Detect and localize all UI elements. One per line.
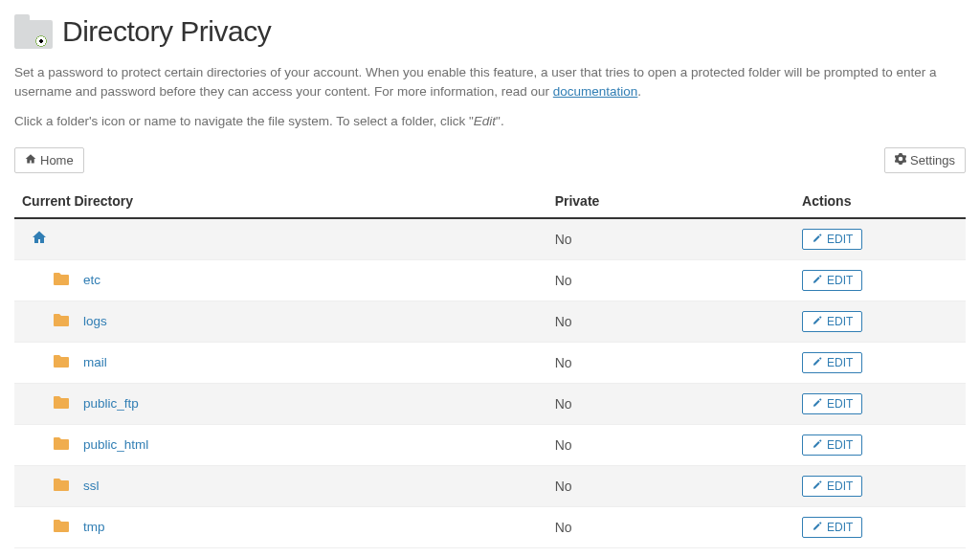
actions-cell: EDIT: [794, 383, 966, 424]
directory-cell: ssl: [14, 465, 547, 506]
directory-cell: public_html: [14, 424, 547, 465]
folder-icon[interactable]: [53, 478, 70, 495]
pencil-icon: [812, 438, 822, 452]
directory-cell: public_ftp: [14, 383, 547, 424]
private-cell: No: [547, 424, 794, 465]
actions-cell: EDIT: [794, 506, 966, 547]
toolbar: Home Settings: [14, 147, 966, 173]
actions-cell: EDIT: [794, 259, 966, 301]
pencil-icon: [812, 315, 822, 328]
private-cell: No: [547, 383, 794, 424]
edit-button[interactable]: EDIT: [802, 393, 862, 414]
actions-cell: EDIT: [794, 342, 966, 383]
directory-table: Current Directory Private Actions NoEDIT…: [14, 185, 966, 548]
directory-link[interactable]: logs: [83, 314, 107, 328]
folder-icon[interactable]: [53, 519, 70, 536]
pencil-icon: [812, 356, 822, 369]
private-cell: No: [547, 218, 794, 260]
table-row: tmpNoEDIT: [14, 506, 966, 547]
directory-cell: etc: [14, 259, 547, 301]
page-header: Directory Privacy: [14, 14, 966, 49]
table-row: public_htmlNoEDIT: [14, 424, 966, 465]
folder-icon[interactable]: [53, 395, 70, 412]
table-row: logsNoEDIT: [14, 301, 966, 342]
table-row: NoEDIT: [14, 218, 966, 260]
edit-button[interactable]: EDIT: [802, 434, 862, 456]
col-actions: Actions: [794, 185, 966, 218]
private-cell: No: [547, 259, 794, 301]
table-row: mailNoEDIT: [14, 342, 966, 383]
home-button[interactable]: Home: [14, 147, 84, 173]
directory-link[interactable]: etc: [83, 273, 100, 287]
private-cell: No: [547, 506, 794, 547]
home-icon[interactable]: [32, 230, 47, 248]
page-instruction: Click a folder's icon or name to navigat…: [14, 114, 966, 128]
table-row: public_ftpNoEDIT: [14, 383, 966, 424]
edit-button[interactable]: EDIT: [802, 476, 862, 497]
home-icon: [25, 153, 36, 167]
actions-cell: EDIT: [794, 424, 966, 465]
folder-icon[interactable]: [53, 436, 70, 454]
actions-cell: EDIT: [794, 465, 966, 506]
private-cell: No: [547, 301, 794, 342]
edit-button[interactable]: EDIT: [802, 270, 862, 291]
directory-cell: tmp: [14, 506, 547, 547]
actions-cell: EDIT: [794, 218, 966, 260]
col-directory: Current Directory: [14, 185, 547, 218]
directory-cell: mail: [14, 342, 547, 383]
actions-cell: EDIT: [794, 301, 966, 342]
edit-button[interactable]: EDIT: [802, 517, 862, 538]
directory-link[interactable]: public_html: [83, 437, 148, 452]
folder-icon[interactable]: [53, 272, 70, 289]
folder-icon[interactable]: [53, 354, 70, 371]
pencil-icon: [812, 521, 822, 534]
edit-button[interactable]: EDIT: [802, 352, 862, 373]
pencil-icon: [812, 479, 822, 493]
directory-privacy-icon: [14, 14, 53, 49]
page-description: Set a password to protect certain direct…: [14, 63, 966, 102]
edit-button[interactable]: EDIT: [802, 311, 862, 332]
col-private: Private: [547, 185, 794, 218]
directory-cell: [14, 218, 547, 260]
directory-link[interactable]: tmp: [83, 520, 105, 534]
gear-icon: [895, 153, 906, 167]
directory-link[interactable]: ssl: [83, 479, 100, 493]
edit-button[interactable]: EDIT: [802, 229, 862, 250]
pencil-icon: [812, 274, 822, 287]
table-row: sslNoEDIT: [14, 465, 966, 506]
directory-cell: logs: [14, 301, 547, 342]
pencil-icon: [812, 233, 822, 246]
directory-link[interactable]: mail: [83, 355, 107, 369]
pencil-icon: [812, 397, 822, 411]
settings-button[interactable]: Settings: [884, 147, 966, 173]
private-cell: No: [547, 465, 794, 506]
directory-link[interactable]: public_ftp: [83, 396, 139, 411]
private-cell: No: [547, 342, 794, 383]
page-title: Directory Privacy: [62, 15, 271, 48]
documentation-link[interactable]: documentation: [553, 84, 638, 99]
table-row: etcNoEDIT: [14, 259, 966, 301]
folder-icon[interactable]: [53, 313, 70, 330]
